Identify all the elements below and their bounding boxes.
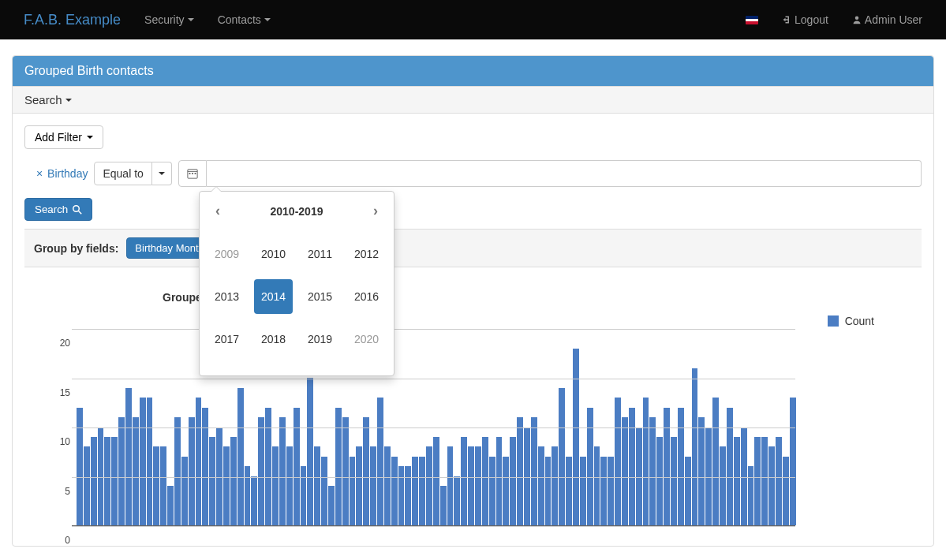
chart-bar bbox=[321, 457, 327, 525]
nav-user[interactable]: Admin User bbox=[840, 2, 934, 38]
chart-bar bbox=[125, 388, 132, 525]
chart-bar bbox=[301, 466, 307, 525]
chart-bar bbox=[223, 446, 230, 525]
datepicker-year-2012[interactable]: 2012 bbox=[347, 237, 386, 271]
datepicker-next[interactable]: › bbox=[368, 203, 383, 219]
y-tick-label: 20 bbox=[48, 338, 70, 349]
chart-bar bbox=[174, 417, 181, 525]
calendar-button[interactable] bbox=[178, 160, 207, 187]
chart-bar bbox=[181, 457, 188, 525]
chart-bar bbox=[552, 446, 558, 525]
search-button[interactable]: Search bbox=[24, 198, 92, 221]
nav-locale[interactable] bbox=[734, 4, 770, 36]
datepicker-year-2013[interactable]: 2013 bbox=[208, 279, 246, 314]
chart-bar bbox=[629, 408, 635, 525]
chart-bar bbox=[245, 466, 251, 525]
chart-bar bbox=[783, 457, 789, 525]
nav-menu-label: Contacts bbox=[218, 13, 261, 26]
chart-bar bbox=[754, 437, 761, 525]
svg-point-0 bbox=[855, 17, 859, 21]
gridline bbox=[72, 427, 795, 428]
panel-body: Add Filter × Birthday Equal to bbox=[13, 114, 933, 546]
chart-bar bbox=[566, 457, 572, 525]
chart-bar bbox=[328, 486, 335, 525]
chart-bar bbox=[279, 417, 286, 525]
chart-bar bbox=[656, 437, 663, 525]
chart-bar bbox=[685, 457, 691, 525]
search-icon bbox=[73, 205, 82, 215]
filter-op-value: Equal to bbox=[94, 162, 151, 185]
datepicker-title[interactable]: 2010-2019 bbox=[271, 205, 323, 218]
chart-bar bbox=[712, 398, 719, 525]
y-tick-label: 15 bbox=[48, 387, 70, 398]
chart-bar bbox=[258, 417, 264, 525]
nav-menu-label: Security bbox=[144, 13, 185, 26]
chart-bar bbox=[363, 417, 369, 525]
legend-label: Count bbox=[845, 315, 874, 327]
chart-bar bbox=[531, 417, 537, 525]
y-tick-label: 10 bbox=[48, 436, 70, 447]
group-by-bar: Group by fields: Birthday Month X bbox=[24, 229, 922, 267]
nav-logout[interactable]: Logout bbox=[770, 2, 840, 38]
add-filter-button[interactable]: Add Filter bbox=[24, 125, 103, 149]
svg-rect-4 bbox=[192, 173, 193, 174]
chart-bar bbox=[727, 408, 733, 525]
search-collapse-toggle[interactable]: Search bbox=[13, 86, 933, 114]
nav-menu-security[interactable]: Security bbox=[133, 2, 206, 38]
chart-bar bbox=[475, 446, 481, 525]
chart-bar bbox=[111, 437, 118, 525]
filter-op-select[interactable]: Equal to bbox=[94, 162, 171, 185]
datepicker-year-2010[interactable]: 2010 bbox=[254, 237, 293, 271]
chart-bar bbox=[377, 398, 383, 525]
datepicker-year-2019[interactable]: 2019 bbox=[301, 322, 339, 357]
chart-bar bbox=[698, 417, 705, 525]
datepicker-year-2015[interactable]: 2015 bbox=[301, 279, 339, 314]
filter-row: × Birthday Equal to bbox=[36, 160, 922, 187]
legend-color-icon bbox=[828, 315, 839, 327]
user-icon bbox=[852, 15, 862, 24]
datepicker-year-2018[interactable]: 2018 bbox=[254, 322, 293, 357]
chart-bar bbox=[573, 349, 579, 525]
container: Grouped Birth contacts Search Add Filter… bbox=[0, 39, 946, 560]
chart-bar bbox=[440, 486, 447, 525]
chart-bar bbox=[391, 457, 398, 525]
chart-bar bbox=[405, 466, 411, 525]
chart-bar bbox=[384, 446, 391, 525]
chart-bar bbox=[768, 446, 775, 525]
chart-bar bbox=[587, 408, 593, 525]
datepicker-year-2020: 2020 bbox=[347, 322, 386, 357]
date-input[interactable] bbox=[207, 160, 922, 187]
caret-icon bbox=[87, 136, 93, 139]
chart-bar bbox=[692, 368, 698, 525]
date-input-group bbox=[178, 160, 922, 187]
chart-bar bbox=[118, 417, 125, 525]
chart-bar bbox=[643, 398, 649, 525]
chart-bar bbox=[133, 417, 139, 525]
chart-bar bbox=[356, 446, 362, 525]
chart-bar bbox=[433, 437, 439, 525]
navbar-brand[interactable]: F.A.B. Example bbox=[12, 0, 133, 40]
chart-bar bbox=[538, 446, 544, 525]
chart-bar bbox=[91, 437, 97, 525]
gridline bbox=[72, 477, 795, 478]
filter-remove-birthday[interactable]: × Birthday bbox=[36, 167, 88, 180]
chart-bar bbox=[600, 457, 607, 525]
datepicker-prev[interactable]: ‹ bbox=[211, 203, 225, 219]
datepicker-year-2016[interactable]: 2016 bbox=[347, 279, 386, 314]
calendar-icon bbox=[187, 168, 198, 179]
chart-bar bbox=[294, 408, 300, 525]
svg-point-6 bbox=[73, 205, 80, 211]
chart-bar bbox=[790, 398, 796, 525]
y-tick-label: 0 bbox=[48, 535, 70, 546]
datepicker-year-2011[interactable]: 2011 bbox=[301, 237, 339, 271]
nav-menu-contacts[interactable]: Contacts bbox=[206, 2, 282, 38]
chart-bar bbox=[77, 408, 83, 525]
chart-bar bbox=[545, 457, 552, 525]
chart-legend: Count bbox=[828, 315, 874, 327]
panel-title: Grouped Birth contacts bbox=[13, 56, 933, 86]
datepicker-year-2014[interactable]: 2014 bbox=[254, 279, 293, 314]
chart-bar bbox=[398, 466, 405, 525]
datepicker-year-2017[interactable]: 2017 bbox=[208, 322, 246, 357]
chart-bar bbox=[272, 446, 279, 525]
chart-bar bbox=[671, 437, 677, 525]
